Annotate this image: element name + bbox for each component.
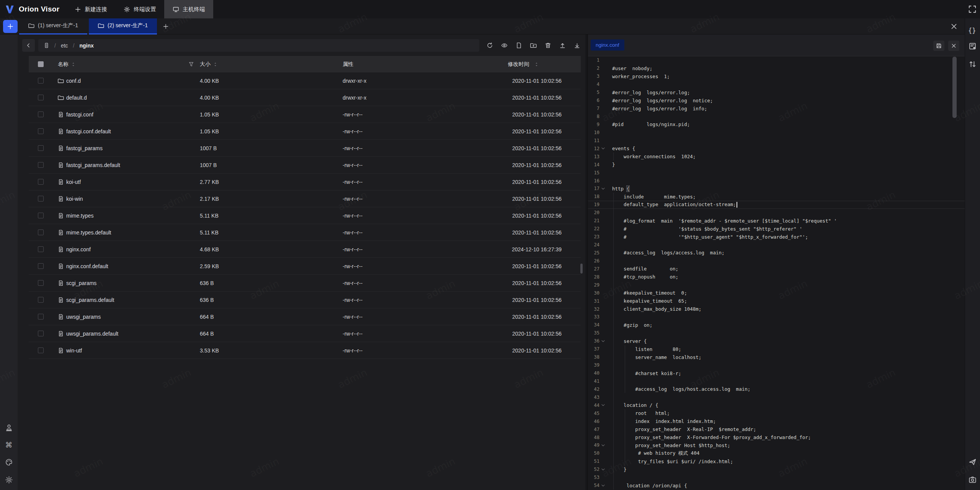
code-line-36[interactable]: 36 server { [588,337,965,345]
fold-toggle[interactable] [599,144,606,152]
file-name[interactable]: win-utf [66,342,82,359]
row-checkbox[interactable] [38,314,44,320]
command-icon[interactable]: ⌘ [5,441,13,449]
sort-icon[interactable] [213,62,218,67]
code-line-37[interactable]: 37 listen 80; [588,345,965,353]
code-line-32[interactable]: 32 client_max_body_size 1048m; [588,305,965,313]
code-line-50[interactable]: 50 # web history 模式 404 [588,449,965,457]
row-checkbox[interactable] [38,128,44,134]
code-line-52[interactable]: 52 } [588,465,965,474]
upload-icon[interactable] [559,42,566,49]
terminal-tab-1[interactable]: (1) server-生产-1 [19,18,87,34]
row-checkbox[interactable] [38,280,44,286]
code-line-20[interactable]: 20 [588,209,965,217]
file-name[interactable]: mime.types [66,207,94,224]
sort-icon[interactable] [534,62,539,67]
fullscreen-icon[interactable] [968,5,977,13]
new-file-icon[interactable] [516,42,522,49]
fold-toggle[interactable] [599,482,606,490]
row-checkbox[interactable] [38,347,44,353]
code-line-28[interactable]: 28 #tcp_nopush on; [588,273,965,281]
code-line-6[interactable]: 6#error_log logs/error.log notice; [588,97,965,105]
row-checkbox[interactable] [38,95,44,100]
row-checkbox[interactable] [38,196,44,202]
select-all-checkbox[interactable] [38,61,44,67]
column-header-mtime[interactable]: 修改时间 [508,61,529,68]
refresh-icon[interactable] [487,42,493,49]
file-name[interactable]: koi-win [66,190,83,207]
code-line-16[interactable]: 16 [588,177,965,185]
file-name[interactable]: fastcgi.conf.default [66,123,111,139]
code-line-8[interactable]: 8 [588,113,965,121]
add-tab-button[interactable] [160,21,172,32]
eye-icon[interactable] [501,42,508,49]
close-panel-icon[interactable] [950,23,958,30]
table-row[interactable]: mime.types.default 5.11 KB -rw-r--r-- 20… [29,224,581,241]
file-name[interactable]: uwsgi_params.default [66,325,118,342]
row-checkbox[interactable] [38,263,44,269]
file-name[interactable]: mime.types.default [66,224,111,241]
table-row[interactable]: default.d 4.00 KB drwxr-xr-x 2020-11-01 … [29,89,581,106]
file-name[interactable]: nginx.conf.default [66,258,108,274]
fold-toggle[interactable] [599,441,606,449]
code-line-42[interactable]: 42 #access_log logs/host.access.log main… [588,385,965,393]
row-checkbox[interactable] [38,78,44,84]
editor-scrollbar[interactable] [952,57,957,118]
table-row[interactable]: win-utf 3.53 KB -rw-r--r-- 2020-11-01 10… [29,342,581,359]
code-line-41[interactable]: 41 [588,377,965,385]
file-name[interactable]: scgi_params [66,275,96,291]
code-line-12[interactable]: 12events { [588,144,965,152]
code-line-2[interactable]: 2#user nobody; [588,64,965,72]
breadcrumb-segment-etc[interactable]: etc [61,43,68,49]
code-line-3[interactable]: 3worker_processes 1; [588,72,965,80]
code-line-31[interactable]: 31 keepalive_timeout 65; [588,297,965,305]
table-row[interactable]: fastcgi_params 1007 B -rw-r--r-- 2020-11… [29,140,581,157]
code-line-30[interactable]: 30 #keepalive_timeout 0; [588,289,965,297]
settings-icon[interactable] [5,476,13,484]
row-checkbox[interactable] [38,111,44,117]
code-line-48[interactable]: 48 proxy_set_header X-Forwarded-For $pro… [588,433,965,441]
row-checkbox[interactable] [38,213,44,218]
fold-toggle[interactable] [599,465,606,474]
table-row[interactable]: koi-win 2.17 KB -rw-r--r-- 2020-11-01 10… [29,190,581,207]
download-icon[interactable] [574,42,580,49]
screenshot-icon[interactable] [969,476,977,484]
code-line-53[interactable]: 53 [588,474,965,482]
doc-info-icon[interactable] [969,42,977,50]
table-row[interactable]: uwsgi_params 664 B -rw-r--r-- 2020-11-01… [29,308,581,325]
code-line-25[interactable]: 25 #access_log logs/access.log main; [588,249,965,257]
code-line-40[interactable]: 40 #charset koi8-r; [588,369,965,377]
file-name[interactable]: fastcgi.conf [66,106,93,123]
row-checkbox[interactable] [38,331,44,336]
file-name[interactable]: uwsgi_params [66,308,101,325]
table-row[interactable]: fastcgi_params.default 1007 B -rw-r--r--… [29,157,581,174]
code-line-46[interactable]: 46 index index.html index.htm; [588,417,965,425]
code-editor[interactable]: 12#user nobody;3worker_processes 1;45#er… [588,56,965,490]
fold-toggle[interactable] [599,185,606,193]
code-line-7[interactable]: 7#error_log logs/error.log info; [588,105,965,113]
file-name[interactable]: conf.d [66,72,81,89]
file-name[interactable]: koi-utf [66,174,81,190]
code-line-23[interactable]: 23 # '"$http_user_agent" "$http_x_forwar… [588,233,965,241]
code-line-5[interactable]: 5#error_log logs/error.log; [588,88,965,97]
trash-icon[interactable] [545,42,551,49]
open-file-tag[interactable]: nginx.conf [591,39,624,51]
table-row[interactable]: uwsgi_params.default 664 B -rw-r--r-- 20… [29,325,581,342]
code-line-11[interactable]: 11 [588,136,965,144]
table-row[interactable]: nginx.conf.default 2.59 KB -rw-r--r-- 20… [29,258,581,275]
file-name[interactable]: default.d [66,89,87,106]
code-line-18[interactable]: 18 include mime.types; [588,193,965,201]
code-line-29[interactable]: 29 [588,281,965,289]
back-button[interactable] [22,39,35,52]
code-line-9[interactable]: 9#pid logs/nginx.pid; [588,121,965,129]
table-row[interactable]: scgi_params.default 636 B -rw-r--r-- 202… [29,292,581,308]
user-icon[interactable] [5,424,13,432]
menu-item-1[interactable]: 终端设置 [115,0,164,18]
send-icon[interactable] [969,458,977,466]
table-row[interactable]: koi-utf 2.77 KB -rw-r--r-- 2020-11-01 10… [29,174,581,190]
row-checkbox[interactable] [38,229,44,235]
code-line-54[interactable]: 54 location /orion/api { [588,482,965,490]
terminal-tab-2[interactable]: (2) server-生产-1 [89,18,157,34]
code-line-38[interactable]: 38 server_name localhost; [588,353,965,361]
fold-toggle[interactable] [599,337,606,345]
